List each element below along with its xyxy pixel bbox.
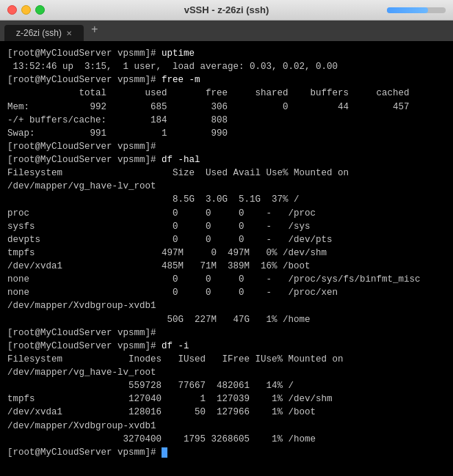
terminal-line: Filesystem Size Used Avail Use% Mounted … — [7, 166, 446, 180]
terminal-line: [root@MyCloudServer vpsmm]# — [7, 326, 446, 340]
terminal-line: Mem: 992 685 306 0 44 457 — [7, 100, 446, 114]
tab-main[interactable]: z-26zi (ssh) ✕ — [4, 25, 84, 41]
terminal-line: /dev/xvda1 128016 50 127966 1% /boot — [7, 406, 446, 419]
terminal-line: 50G 227M 47G 1% /home — [7, 313, 446, 326]
terminal-line: /dev/mapper/vg_have-lv_root — [7, 366, 446, 379]
terminal-line: 13:52:46 up 3:15, 1 user, load average: … — [7, 60, 446, 73]
terminal-line: [root@MyCloudServer vpsmm]# df -hal — [7, 153, 446, 166]
progress-fill — [387, 7, 428, 13]
terminal-line: sysfs 0 0 0 - /sys — [7, 220, 446, 233]
terminal-line: Swap: 991 1 990 — [7, 127, 446, 140]
terminal-output[interactable]: [root@MyCloudServer vpsmm]# uptime 13:52… — [0, 41, 453, 476]
terminal-line: [root@MyCloudServer vpsmm]# df -i — [7, 340, 446, 353]
close-button[interactable] — [7, 5, 17, 15]
terminal-line: /dev/mapper/vg_have-lv_root — [7, 180, 446, 193]
terminal-line: 8.5G 3.0G 5.1G 37% / — [7, 193, 446, 206]
terminal-line: total used free shared buffers cached — [7, 87, 446, 100]
terminal-line: 559728 77667 482061 14% / — [7, 379, 446, 392]
terminal-line: proc 0 0 0 - /proc — [7, 207, 446, 220]
terminal-line: -/+ buffers/cache: 184 808 — [7, 114, 446, 127]
terminal-line: devpts 0 0 0 - /dev/pts — [7, 233, 446, 246]
terminal-line: tmpfs 497M 0 497M 0% /dev/shm — [7, 246, 446, 260]
minimize-button[interactable] — [21, 5, 31, 15]
progress-bar — [387, 7, 446, 13]
terminal-line: [root@MyCloudServer vpsmm]# — [7, 446, 446, 459]
terminal-line: 3270400 1795 3268605 1% /home — [7, 433, 446, 446]
terminal-line: [root@MyCloudServer vpsmm]# uptime — [7, 47, 446, 60]
tab-label: z-26zi (ssh) — [16, 28, 62, 38]
terminal-line: /dev/mapper/Xvdbgroup-xvdb1 — [7, 299, 446, 312]
terminal-line: [root@MyCloudServer vpsmm]# free -m — [7, 73, 446, 87]
window-title: vSSH - z-26zi (ssh) — [184, 4, 269, 15]
tab-close-icon[interactable]: ✕ — [66, 29, 72, 37]
terminal-line: tmpfs 127040 1 127039 1% /dev/shm — [7, 392, 446, 406]
terminal-line: [root@MyCloudServer vpsmm]# — [7, 140, 446, 153]
titlebar: vSSH - z-26zi (ssh) — [0, 0, 453, 21]
terminal-line: Filesystem Inodes IUsed IFree IUse% Moun… — [7, 353, 446, 366]
maximize-button[interactable] — [35, 5, 45, 15]
window-controls[interactable] — [7, 5, 45, 15]
tabbar: z-26zi (ssh) ✕ + — [0, 21, 453, 41]
terminal-line: /dev/mapper/Xvdbgroup-xvdb1 — [7, 420, 446, 433]
new-tab-button[interactable]: + — [85, 21, 104, 40]
terminal-line: /dev/xvda1 485M 71M 389M 16% /boot — [7, 260, 446, 273]
terminal-line: none 0 0 0 - /proc/xen — [7, 286, 446, 299]
terminal-line: none 0 0 0 - /proc/sys/fs/binfmt_misc — [7, 273, 446, 286]
